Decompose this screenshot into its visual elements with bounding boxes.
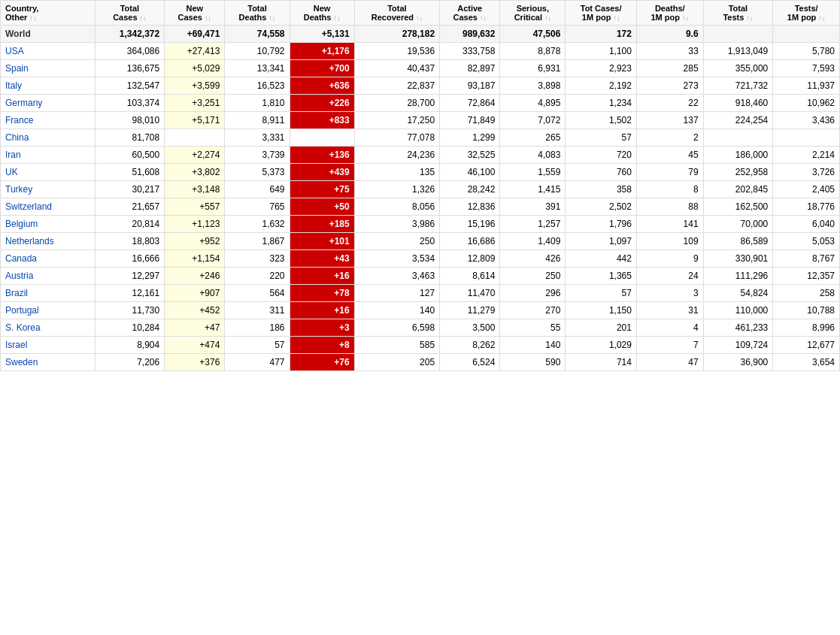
country-link[interactable]: Sweden: [5, 357, 38, 367]
active-cases: 93,187: [440, 77, 500, 95]
new-cases: +2,274: [165, 147, 225, 164]
total-tests: 86,589: [703, 233, 773, 250]
serious-critical: 296: [500, 285, 566, 302]
world-active-cases: 989,632: [440, 26, 500, 43]
country-link[interactable]: Brazil: [5, 288, 28, 298]
country-link[interactable]: France: [5, 115, 33, 125]
table-row: S. Korea 10,284 +47 186 +3 6,598 3,500 5…: [1, 319, 840, 337]
total-recovered: 140: [354, 302, 439, 319]
total-cases: 136,675: [95, 60, 165, 77]
serious-critical: 4,895: [500, 95, 566, 112]
total-cases: 103,374: [95, 95, 165, 112]
total-cases: 10,284: [95, 319, 165, 337]
serious-critical: 265: [500, 129, 566, 147]
deaths-1m: 22: [636, 95, 703, 112]
col-new-deaths[interactable]: NewDeaths ↑↓: [290, 1, 354, 26]
tot-cases-1m: 1,502: [566, 112, 637, 129]
tot-cases-1m: 760: [566, 164, 637, 181]
table-row: UK 51,608 +3,802 5,373 +439 135 46,100 1…: [1, 164, 840, 181]
world-total-deaths: 74,558: [225, 26, 290, 43]
country-link[interactable]: USA: [5, 46, 24, 56]
total-tests: 109,724: [703, 337, 773, 354]
table-row: Netherlands 18,803 +952 1,867 +101 250 1…: [1, 233, 840, 250]
country-name: Sweden: [1, 354, 96, 371]
col-active-cases[interactable]: ActiveCases ↑↓: [440, 1, 500, 26]
table-row: Austria 12,297 +246 220 +16 3,463 8,614 …: [1, 268, 840, 285]
total-tests: [703, 129, 773, 147]
table-row: Spain 136,675 +5,029 13,341 +700 40,437 …: [1, 60, 840, 77]
deaths-1m: 33: [636, 43, 703, 60]
tot-cases-1m: 1,365: [566, 268, 637, 285]
new-deaths: +136: [290, 147, 354, 164]
total-recovered: 28,700: [354, 95, 439, 112]
deaths-1m: 9: [636, 250, 703, 268]
total-tests: 918,460: [703, 95, 773, 112]
tot-cases-1m: 1,150: [566, 302, 637, 319]
country-link[interactable]: Spain: [5, 63, 29, 74]
total-deaths: 1,632: [225, 216, 290, 233]
active-cases: 15,196: [440, 216, 500, 233]
total-tests: 1,913,049: [703, 43, 773, 60]
col-serious-critical[interactable]: Serious,Critical ↑↓: [500, 1, 566, 26]
total-cases: 12,161: [95, 285, 165, 302]
total-cases: 98,010: [95, 112, 165, 129]
country-link[interactable]: China: [5, 132, 29, 143]
country-link[interactable]: Germany: [5, 98, 42, 108]
total-deaths: 220: [225, 268, 290, 285]
col-tests-1m[interactable]: Tests/1M pop ↑↓: [773, 1, 840, 26]
country-link[interactable]: Netherlands: [5, 236, 54, 246]
active-cases: 46,100: [440, 164, 500, 181]
total-deaths: 311: [225, 302, 290, 319]
country-link[interactable]: Iran: [5, 150, 21, 160]
new-cases: +47: [165, 319, 225, 337]
deaths-1m: 45: [636, 147, 703, 164]
country-link[interactable]: UK: [5, 167, 18, 177]
tot-cases-1m: 201: [566, 319, 637, 337]
col-total-cases[interactable]: TotalCases ↑↓: [95, 1, 165, 26]
serious-critical: 391: [500, 198, 566, 216]
total-cases: 20,814: [95, 216, 165, 233]
country-link[interactable]: Canada: [5, 253, 37, 264]
total-deaths: 649: [225, 181, 290, 198]
deaths-1m: 24: [636, 268, 703, 285]
country-link[interactable]: S. Korea: [5, 322, 41, 333]
total-deaths: 1,810: [225, 95, 290, 112]
total-deaths: 16,523: [225, 77, 290, 95]
new-cases: +3,599: [165, 77, 225, 95]
country-link[interactable]: Switzerland: [5, 201, 52, 212]
deaths-1m: 3: [636, 285, 703, 302]
total-tests: 202,845: [703, 181, 773, 198]
new-cases: +27,413: [165, 43, 225, 60]
col-total-tests[interactable]: TotalTests ↑↓: [703, 1, 773, 26]
tests-1m: 12,357: [773, 268, 840, 285]
active-cases: 32,525: [440, 147, 500, 164]
total-cases: 60,500: [95, 147, 165, 164]
tests-1m: 3,654: [773, 354, 840, 371]
total-recovered: 8,056: [354, 198, 439, 216]
new-cases: +907: [165, 285, 225, 302]
col-total-recovered[interactable]: TotalRecovered ↑↓: [354, 1, 439, 26]
new-deaths: +8: [290, 337, 354, 354]
col-tot-cases-1m[interactable]: Tot Cases/1M pop ↑↓: [566, 1, 637, 26]
country-link[interactable]: Portugal: [5, 305, 39, 316]
total-cases: 7,206: [95, 354, 165, 371]
country-link[interactable]: Belgium: [5, 219, 38, 229]
country-link[interactable]: Turkey: [5, 184, 32, 195]
col-deaths-1m[interactable]: Deaths/1M pop ↑↓: [636, 1, 703, 26]
country-link[interactable]: Austria: [5, 271, 33, 281]
country-link[interactable]: Italy: [5, 80, 22, 91]
deaths-1m: 8: [636, 181, 703, 198]
col-country[interactable]: Country,Other ↑↓: [1, 1, 96, 26]
world-deaths-1m: 9.6: [636, 26, 703, 43]
active-cases: 71,849: [440, 112, 500, 129]
total-recovered: 127: [354, 285, 439, 302]
active-cases: 3,500: [440, 319, 500, 337]
serious-critical: 1,559: [500, 164, 566, 181]
total-recovered: 19,536: [354, 43, 439, 60]
country-link[interactable]: Israel: [5, 340, 27, 350]
total-cases: 364,086: [95, 43, 165, 60]
col-new-cases[interactable]: NewCases ↑↓: [165, 1, 225, 26]
col-total-deaths[interactable]: TotalDeaths ↑↓: [225, 1, 290, 26]
tests-1m: 5,780: [773, 43, 840, 60]
active-cases: 11,279: [440, 302, 500, 319]
